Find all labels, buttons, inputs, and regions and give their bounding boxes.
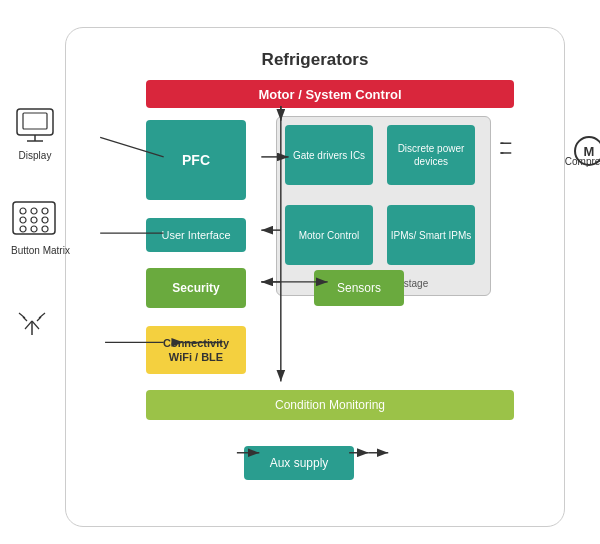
compressor-label: Compressor [562,156,600,167]
page-wrapper: Refrigerators Motor / System Control PFC… [5,7,595,537]
connectivity-block: ConnectivityWiFi / BLE [146,326,246,374]
svg-point-30 [31,217,37,223]
security-block: Security [146,268,246,308]
svg-point-32 [20,226,26,232]
button-matrix-icon [11,200,57,240]
motor-system-control-bar: Motor / System Control [146,80,514,108]
svg-point-33 [31,226,37,232]
svg-rect-22 [23,113,47,129]
main-title: Refrigerators [66,50,564,70]
gate-drivers-block: Gate drivers ICs [285,125,373,185]
main-diagram-box: Refrigerators Motor / System Control PFC… [65,27,565,527]
antenna-icon [17,307,47,337]
svg-point-27 [31,208,37,214]
svg-point-29 [20,217,26,223]
motor-inverter-stage-box: Gate drivers ICs Discrete power devices … [276,116,491,296]
svg-line-37 [32,321,39,329]
condition-monitoring-bar: Condition Monitoring [146,390,514,420]
button-matrix-label: Button Matrix [11,245,70,256]
svg-point-28 [42,208,48,214]
svg-point-34 [42,226,48,232]
svg-line-41 [39,313,45,318]
display-label: Display [13,150,57,161]
display-icon [13,105,57,145]
button-matrix-icon-container: Button Matrix [11,200,70,256]
sensors-block: Sensors [314,270,404,306]
svg-rect-25 [13,202,55,234]
aux-supply-block: Aux supply [244,446,354,480]
motor-control-block: Motor Control [285,205,373,265]
discrete-power-block: Discrete power devices [387,125,475,185]
svg-point-26 [20,208,26,214]
ipms-block: IPMs/ Smart IPMs [387,205,475,265]
svg-line-40 [19,313,25,318]
antenna-icon-container [17,307,47,340]
pfc-block: PFC [146,120,246,200]
user-interface-block: User Interface [146,218,246,252]
svg-line-36 [25,321,32,329]
svg-point-31 [42,217,48,223]
display-icon-container: Display [13,105,57,161]
